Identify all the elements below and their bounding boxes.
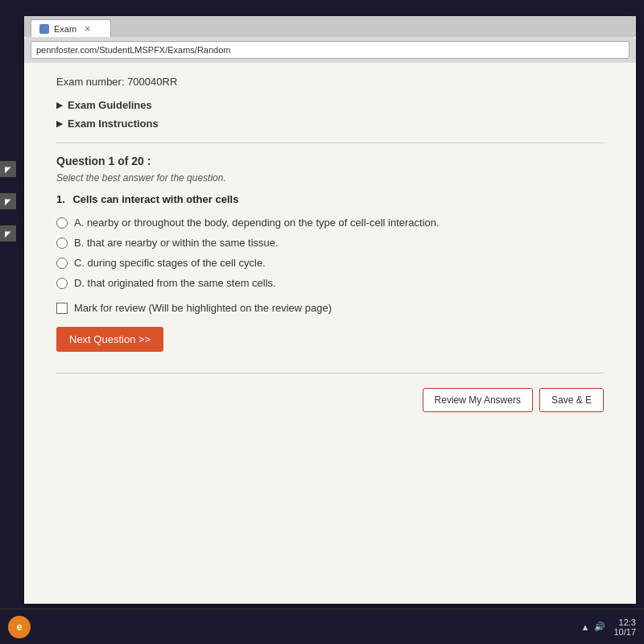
instructions-arrow-icon: ▶ — [56, 119, 63, 128]
answer-option-a[interactable]: A. nearby or throughout the body, depend… — [56, 217, 604, 229]
sidebar-arrows: ◤ ◤ ◤ — [0, 161, 16, 242]
browser-tab[interactable]: Exam × — [31, 19, 111, 37]
answer-text-a: A. nearby or throughout the body, depend… — [74, 217, 440, 229]
next-question-button[interactable]: Next Question >> — [56, 327, 163, 352]
browser-titlebar: pennfoster.com/StudentLMSPFX/Exams/Rando… — [24, 37, 636, 63]
question-body: Cells can interact with other cells — [72, 193, 238, 205]
browser-window: Exam × pennfoster.com/StudentLMSPFX/Exam… — [24, 16, 636, 604]
radio-c[interactable] — [56, 258, 68, 269]
sidebar-arrow-3[interactable]: ◤ — [0, 225, 16, 242]
bottom-divider — [56, 373, 604, 374]
guidelines-label: Exam Guidelines — [68, 99, 152, 111]
answer-option-d[interactable]: D. that originated from the same stem ce… — [56, 277, 604, 289]
sidebar-arrow-1[interactable]: ◤ — [0, 161, 16, 177]
review-answers-button[interactable]: Review My Answers — [423, 388, 533, 412]
speaker-icon: 🔊 — [594, 621, 605, 632]
radio-b[interactable] — [56, 237, 68, 249]
exam-guidelines-section: ▶ Exam Guidelines — [56, 97, 604, 113]
tab-favicon — [39, 24, 49, 34]
answer-option-c[interactable]: C. during specific stages of the cell cy… — [56, 257, 604, 269]
exam-instructions-toggle[interactable]: ▶ Exam Instructions — [56, 116, 604, 131]
mark-review-checkbox[interactable] — [56, 303, 68, 314]
taskbar-left: e — [8, 616, 31, 638]
address-bar-container: pennfoster.com/StudentLMSPFX/Exams/Rando… — [31, 41, 630, 59]
radio-d[interactable] — [56, 278, 68, 289]
exam-guidelines-toggle[interactable]: ▶ Exam Guidelines — [56, 97, 604, 113]
system-icons: ▲ 🔊 — [581, 621, 606, 632]
answer-option-b[interactable]: B. that are nearby or within the same ti… — [56, 237, 604, 249]
instructions-label: Exam Instructions — [68, 118, 159, 130]
sidebar-arrow-2[interactable]: ◤ — [0, 193, 16, 209]
tab-bar: Exam × — [24, 16, 636, 37]
bottom-buttons: Review My Answers Save & E — [56, 382, 604, 419]
guidelines-arrow-icon: ▶ — [56, 101, 63, 109]
page-content: Exam number: 700040RR ▶ Exam Guidelines … — [24, 63, 636, 604]
mark-review-section[interactable]: Mark for review (Will be highlighted on … — [56, 302, 604, 314]
mark-review-label: Mark for review (Will be highlighted on … — [74, 302, 332, 314]
question-header: Question 1 of 20 : — [56, 155, 604, 167]
question-number: 1. — [56, 193, 65, 205]
tab-label: Exam — [54, 24, 76, 34]
answer-options: A. nearby or throughout the body, depend… — [56, 217, 604, 289]
answer-text-d: D. that originated from the same stem ce… — [74, 277, 276, 289]
url-text: pennfoster.com/StudentLMSPFX/Exams/Rando… — [36, 45, 231, 55]
answer-text-c: C. during specific stages of the cell cy… — [74, 257, 266, 269]
start-button[interactable]: e — [8, 616, 31, 638]
exam-instructions-section: ▶ Exam Instructions — [56, 116, 604, 131]
question-text: 1. Cells can interact with other cells — [56, 193, 604, 205]
clock-time: 12:3 — [613, 617, 636, 627]
save-exit-button[interactable]: Save & E — [539, 388, 604, 412]
radio-a[interactable] — [56, 217, 68, 229]
taskbar: e ▲ 🔊 12:3 10/17 — [0, 609, 644, 644]
taskbar-right: ▲ 🔊 12:3 10/17 — [581, 617, 636, 637]
answer-text-b: B. that are nearby or within the same ti… — [74, 237, 279, 249]
address-bar[interactable]: pennfoster.com/StudentLMSPFX/Exams/Rando… — [31, 41, 630, 59]
question-instruction: Select the best answer for the question. — [56, 172, 604, 184]
network-icon: ▲ — [581, 622, 590, 632]
exam-number: Exam number: 700040RR — [56, 76, 604, 88]
clock: 12:3 10/17 — [613, 617, 636, 637]
tab-close-button[interactable]: × — [85, 23, 90, 35]
clock-date: 10/17 — [613, 627, 636, 637]
section-divider — [56, 142, 604, 143]
